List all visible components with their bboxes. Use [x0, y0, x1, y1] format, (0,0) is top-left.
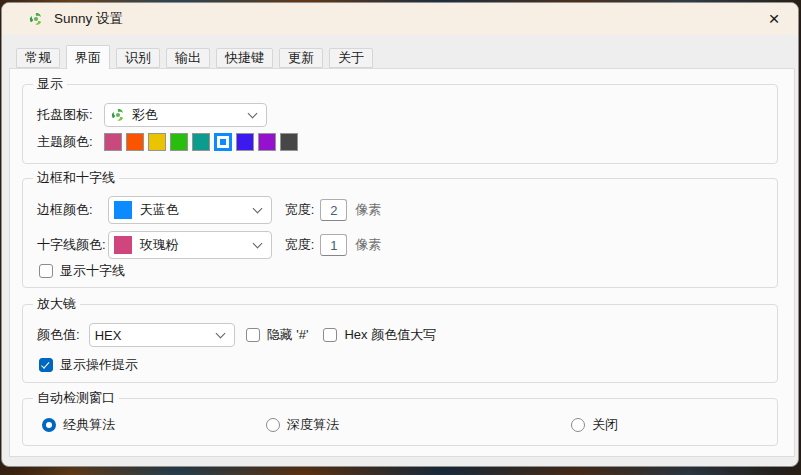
theme-color-swatch[interactable]: [280, 133, 298, 151]
tab-about[interactable]: 关于: [329, 48, 373, 68]
color-format-select[interactable]: HEX: [89, 323, 235, 347]
display-group: 显示 托盘图标: 彩色 主题颜色: [22, 84, 778, 164]
color-format-value: HEX: [95, 328, 122, 343]
crosshair-color-value: 玫瑰粉: [140, 236, 179, 254]
border-color-value: 天蓝色: [140, 201, 179, 219]
hex-uppercase-checkbox[interactable]: [323, 328, 337, 342]
hide-hash-checkbox[interactable]: [246, 328, 260, 342]
autodetect-group: 自动检测窗口 经典算法 深度算法 关闭: [22, 398, 778, 446]
theme-color-swatch[interactable]: [236, 133, 254, 151]
border-group-title: 边框和十字线: [33, 170, 119, 186]
window-title: Sunny 设置: [54, 10, 123, 28]
crosshair-color-row: 十字线颜色: 玫瑰粉 宽度: 像素: [23, 231, 777, 259]
tray-icon-value: 彩色: [132, 106, 158, 124]
radio-deep-algorithm[interactable]: [266, 418, 280, 432]
color-value-label: 颜色值:: [37, 326, 80, 344]
theme-color-row-wrap: 主题颜色:: [23, 133, 777, 151]
color-format-row: 颜色值: HEX 隐藏 '#' Hex 颜色值大写: [23, 323, 777, 347]
theme-color-swatch[interactable]: [192, 133, 210, 151]
tab-recognition[interactable]: 识别: [116, 48, 160, 68]
chevron-down-icon: [247, 109, 257, 119]
theme-color-swatch[interactable]: [104, 133, 122, 151]
crosshair-width-unit: 像素: [355, 236, 381, 254]
show-crosshair-checkbox[interactable]: [39, 264, 53, 278]
radio-classic-algorithm[interactable]: [42, 418, 56, 432]
tab-hotkeys[interactable]: 快捷键: [216, 48, 273, 68]
titlebar: Sunny 设置 ×: [2, 3, 798, 35]
border-color-select[interactable]: 天蓝色: [108, 196, 272, 224]
theme-color-swatch[interactable]: [170, 133, 188, 151]
crosshair-color-label: 十字线颜色:: [37, 236, 106, 254]
show-crosshair-label: 显示十字线: [60, 262, 125, 280]
chevron-down-icon: [252, 204, 262, 214]
sunny-app-icon: [28, 11, 44, 27]
tray-icon-label: 托盘图标:: [37, 106, 93, 124]
show-tips-checkbox[interactable]: [39, 358, 53, 372]
magnifier-group: 放大镜 颜色值: HEX 隐藏 '#' Hex 颜色值大写 显示操作提示: [22, 304, 778, 383]
tray-icon-select[interactable]: 彩色: [104, 103, 267, 127]
tabstrip: 常规 界面 识别 输出 快捷键 更新 关于: [16, 45, 373, 68]
border-width-label: 宽度:: [285, 201, 315, 219]
autodetect-options-row: 经典算法 深度算法 关闭: [23, 417, 777, 433]
magnifier-group-title: 放大镜: [33, 296, 80, 312]
autodetect-group-title: 自动检测窗口: [33, 390, 119, 406]
show-tips-label: 显示操作提示: [60, 356, 138, 374]
border-width-unit: 像素: [355, 201, 381, 219]
radio-off[interactable]: [571, 418, 585, 432]
theme-color-swatch[interactable]: [126, 133, 144, 151]
theme-color-label: 主题颜色:: [37, 133, 93, 151]
chevron-down-icon: [252, 239, 262, 249]
tab-update[interactable]: 更新: [279, 48, 323, 68]
crosshair-width-label: 宽度:: [285, 236, 315, 254]
show-crosshair-row: 显示十字线: [23, 263, 777, 279]
radio-off-label: 关闭: [592, 416, 618, 434]
close-button[interactable]: ×: [754, 5, 794, 33]
theme-color-swatch[interactable]: [258, 133, 276, 151]
crosshair-color-swatch: [114, 236, 132, 254]
show-tips-row: 显示操作提示: [23, 357, 777, 373]
tray-icon-row: 托盘图标: 彩色: [23, 103, 777, 127]
tray-icon-color-glyph: [110, 107, 126, 123]
tab-panel: 显示 托盘图标: 彩色 主题颜色: [9, 68, 795, 457]
display-group-title: 显示: [33, 76, 67, 92]
theme-color-swatch[interactable]: [214, 133, 232, 151]
radio-deep-label: 深度算法: [287, 416, 339, 434]
radio-classic-label: 经典算法: [63, 416, 115, 434]
border-width-input[interactable]: [320, 199, 347, 221]
border-crosshair-group: 边框和十字线 边框颜色: 天蓝色 宽度: 像素 十字线颜色: 玫瑰粉: [22, 178, 778, 288]
tab-interface[interactable]: 界面: [66, 45, 110, 69]
theme-color-row: [104, 133, 298, 151]
border-color-label: 边框颜色:: [37, 201, 93, 219]
crosshair-color-select[interactable]: 玫瑰粉: [108, 231, 272, 259]
tab-output[interactable]: 输出: [166, 48, 210, 68]
check-icon: [41, 360, 49, 369]
border-color-row: 边框颜色: 天蓝色 宽度: 像素: [23, 196, 777, 224]
settings-window: Sunny 设置 × 常规 界面 识别 输出 快捷键 更新 关于 显示 托盘图标…: [1, 2, 799, 467]
crosshair-width-input[interactable]: [320, 234, 347, 256]
chevron-down-icon: [215, 329, 225, 339]
hex-uppercase-label: Hex 颜色值大写: [344, 326, 436, 344]
hide-hash-label: 隐藏 '#': [267, 326, 309, 344]
border-color-swatch: [114, 201, 132, 219]
tab-general[interactable]: 常规: [16, 48, 60, 68]
theme-color-swatch[interactable]: [148, 133, 166, 151]
